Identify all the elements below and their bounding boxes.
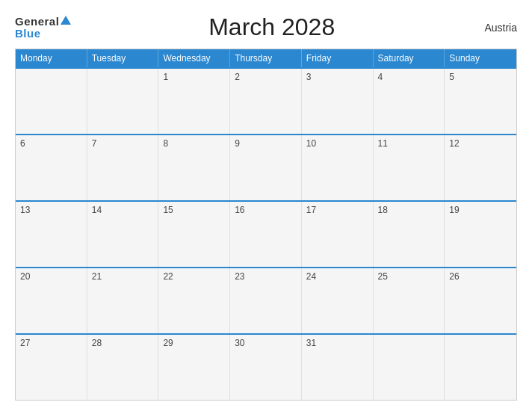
day-number: 2 [235,72,297,82]
day-number: 24 [306,271,368,282]
day-number: 1 [163,72,225,82]
day-number: 16 [235,205,297,215]
day-number: 17 [306,205,368,215]
calendar-cell: 3 [302,69,374,134]
calendar-cell: 20 [16,268,87,333]
calendar-cell: 15 [158,202,230,267]
weekday-header-friday: Friday [302,49,374,67]
day-number: 13 [20,205,82,215]
day-number: 11 [378,138,440,149]
calendar-cell: 17 [302,202,374,267]
calendar-cell: 31 [302,335,374,400]
weekday-header-sunday: Sunday [445,49,516,67]
page: General Blue March 2028 Austria MondayTu… [0,0,532,411]
calendar-cell: 18 [374,202,445,267]
country-label: Austria [472,22,517,34]
calendar-cell: 24 [302,268,374,333]
calendar-cell [16,69,87,134]
logo-triangle-icon [61,16,71,25]
calendar-cell: 9 [230,135,302,200]
day-number: 27 [20,338,82,348]
weekday-header-monday: Monday [16,49,87,67]
day-number: 5 [449,72,512,82]
day-number: 28 [92,338,154,348]
calendar-header: MondayTuesdayWednesdayThursdayFridaySatu… [16,49,516,67]
day-number: 7 [92,138,154,149]
calendar-cell: 19 [445,202,516,267]
calendar-cell: 7 [87,135,159,200]
calendar-cell: 27 [16,335,87,400]
calendar-week-3: 13141516171819 [16,200,516,267]
calendar-cell: 1 [158,69,230,134]
day-number: 4 [378,72,440,82]
calendar-week-5: 2728293031 [16,333,516,400]
day-number: 14 [92,205,154,215]
day-number: 15 [163,205,225,215]
calendar-week-1: 12345 [16,67,516,134]
logo-top: General [15,16,71,28]
day-number: 3 [306,72,368,82]
weekday-header-saturday: Saturday [374,49,445,67]
logo-bottom: Blue [15,28,41,40]
logo-blue-text: Blue [15,27,41,40]
calendar-cell: 28 [87,335,159,400]
day-number: 8 [163,138,225,149]
weekday-header-thursday: Thursday [230,49,302,67]
calendar-cell: 5 [445,69,516,134]
day-number: 31 [306,338,368,348]
header: General Blue March 2028 Austria [15,13,517,41]
calendar-cell [87,69,159,134]
calendar-cell: 21 [87,268,159,333]
calendar-cell: 11 [374,135,445,200]
calendar-cell: 29 [158,335,230,400]
day-number: 25 [378,271,440,282]
calendar-title: March 2028 [71,13,472,41]
calendar-cell: 14 [87,202,159,267]
calendar-cell: 6 [16,135,87,200]
day-number: 20 [20,271,82,282]
calendar-cell: 30 [230,335,302,400]
day-number: 10 [306,138,368,149]
weekday-header-tuesday: Tuesday [87,49,159,67]
calendar-cell: 12 [445,135,516,200]
calendar-cell: 8 [158,135,230,200]
calendar-cell: 2 [230,69,302,134]
day-number: 9 [235,138,297,149]
day-number: 22 [163,271,225,282]
calendar-cell: 10 [302,135,374,200]
day-number: 23 [235,271,297,282]
calendar-cell: 13 [16,202,87,267]
day-number: 19 [449,205,512,215]
calendar-cell: 26 [445,268,516,333]
logo: General Blue [15,16,71,40]
calendar-cell [445,335,516,400]
day-number: 18 [378,205,440,215]
calendar-week-4: 20212223242526 [16,267,516,333]
day-number: 30 [235,338,297,348]
calendar-body: 1234567891011121314151617181920212223242… [16,67,516,400]
calendar-cell: 25 [374,268,445,333]
calendar-cell: 22 [158,268,230,333]
calendar-week-2: 6789101112 [16,134,516,200]
day-number: 29 [163,338,225,348]
logo-general-text: General [15,15,59,28]
day-number: 12 [449,138,512,149]
calendar-cell: 23 [230,268,302,333]
day-number: 26 [449,271,512,282]
calendar-cell: 16 [230,202,302,267]
day-number: 21 [92,271,154,282]
day-number: 6 [20,138,82,149]
calendar-cell: 4 [374,69,445,134]
weekday-header-wednesday: Wednesday [158,49,230,67]
calendar: MondayTuesdayWednesdayThursdayFridaySatu… [15,49,517,401]
calendar-cell [374,335,445,400]
